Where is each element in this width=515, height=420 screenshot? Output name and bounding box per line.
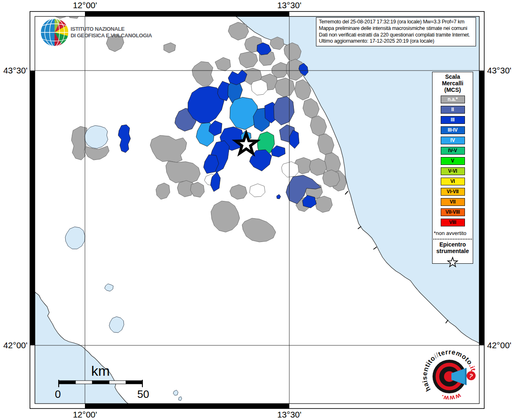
legend-title-line: (MCS) — [433, 87, 473, 93]
info-line-event: Terremoto del 25-08-2017 17:32:19 (ora l… — [319, 19, 473, 25]
scale-bar-segment — [59, 381, 76, 384]
legend-items: n.a.*IIIIIIII-IVIVIV-VVV-VIVIVI-VIIVIIVI… — [433, 96, 473, 226]
info-line-updated: Ultimo aggiornamento: 17-12-2025 20:19 (… — [319, 38, 473, 45]
legend-footnote: *non avvertito — [433, 230, 473, 236]
legend-epicenter-line: strumentale — [433, 248, 473, 254]
legend-panel: Scala Mercalli (MCS) n.a.*IIIIIIII-IVIVI… — [432, 72, 473, 264]
map-page: km 0 50 12°00'13°30'12°00'13°30'43°30' — [0, 0, 515, 420]
axis-label: 12°00' — [73, 410, 97, 419]
municipality-na — [68, 12, 80, 18]
legend-item-v: V — [441, 157, 465, 165]
legend-epicenter-star-icon — [446, 256, 460, 269]
municipality-na — [71, 126, 87, 160]
scale-bar-segment — [76, 381, 92, 384]
legend-epicenter-line: Epicentro — [433, 241, 473, 248]
scale-bar-start-label: 0 — [55, 388, 61, 400]
info-line-data-source: Dati non verificati estratti da 220 ques… — [319, 32, 473, 39]
axis-label: 42°00' — [487, 340, 511, 350]
axis-label: 12°00' — [73, 0, 97, 10]
ingv-logo-text-line2: DI GEOFISICA E VULCANOLOGIA — [71, 32, 152, 39]
scale-bar-segment — [109, 381, 126, 384]
legend-item-vi: VI — [441, 178, 465, 185]
legend-title: Scala Mercalli (MCS) — [433, 73, 473, 93]
legend-item-viiviii: VII-VIII — [441, 208, 465, 216]
ingv-logo-text-line1: ISTITUTO NAZIONALE — [71, 26, 125, 32]
legend-title-line: Mercalli — [433, 80, 473, 87]
legend-title-line: Scala — [433, 73, 473, 80]
legend-item-vivii: VI-VII — [441, 188, 465, 196]
legend-item-ii: II — [441, 106, 465, 114]
earthquake-info-box: Terremoto del 25-08-2017 17:32:19 (ora l… — [316, 17, 476, 46]
legend-epicenter-label: Epicentro strumentale — [433, 241, 473, 254]
legend-item-iii: III — [441, 116, 465, 124]
legend-item-viii: VIII — [441, 219, 465, 226]
legend-item-iiiiv: III-IV — [441, 126, 465, 134]
legend-separator — [433, 239, 472, 240]
axis-label: 13°30' — [277, 410, 301, 419]
legend-item-vvi: V-VI — [441, 167, 465, 175]
scale-bar-end-label: 50 — [137, 388, 149, 400]
scale-bar-unit: km — [91, 363, 110, 379]
axis-label: 43°30' — [3, 66, 27, 75]
scale-bar-segment — [92, 381, 109, 384]
scale-bar-segment — [126, 381, 142, 384]
axis-label: 42°00' — [3, 340, 27, 350]
legend-item-na: n.a.* — [441, 96, 465, 103]
legend-item-iv: IV — [441, 137, 465, 144]
legend-star — [448, 258, 458, 267]
legend-item-vii: VII — [441, 198, 465, 206]
info-line-map-type: Mappa preliminare delle intensità macros… — [319, 25, 473, 32]
legend-item-ivv: IV-V — [441, 147, 465, 155]
axis-label: 43°30' — [487, 66, 511, 75]
axis-label: 13°30' — [277, 0, 301, 10]
